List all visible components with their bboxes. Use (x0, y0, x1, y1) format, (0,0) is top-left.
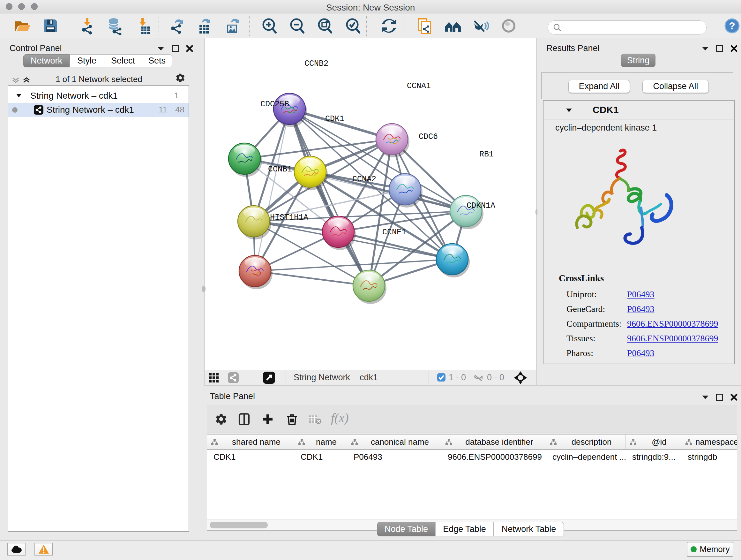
network-node-CCNA1[interactable]: CCNA1 (376, 81, 431, 158)
import-table-button[interactable] (133, 17, 152, 35)
share-network-button[interactable] (228, 372, 239, 384)
panel-menu-icon[interactable] (701, 395, 709, 400)
table-cell[interactable]: 9606.ENSP00000378699 (441, 452, 546, 462)
expand-all-networks-icon[interactable] (22, 76, 30, 85)
expand-collapse-box: Expand All Collapse All (541, 72, 733, 99)
collapse-all-button[interactable]: Collapse All (643, 80, 709, 93)
crosslink-value[interactable]: P06493 (627, 304, 655, 314)
left-splitter-handle[interactable] (202, 286, 205, 292)
birdseye-grid-button[interactable] (209, 373, 219, 384)
float-panel-icon[interactable] (716, 394, 723, 401)
tab-node-table[interactable]: Node Table (377, 522, 435, 537)
save-session-button[interactable] (42, 17, 60, 35)
crosslinks-title: CrossLinks (559, 273, 604, 284)
table-cell[interactable]: CDK1 (294, 452, 347, 462)
eye-button[interactable] (499, 17, 518, 35)
table-panel-title: Table Panel (210, 391, 255, 401)
collapse-all-networks-icon[interactable] (11, 76, 20, 85)
zoom-in-icon (260, 17, 278, 35)
crosslink-value[interactable]: P06493 (627, 348, 655, 358)
network-view[interactable]: CCNB2CCNA1CDC25BCDK1CDC6RB1CCNB1CCNA2CDK… (204, 38, 537, 370)
share-document-button[interactable] (415, 17, 433, 35)
export-image-button[interactable] (224, 17, 242, 35)
string-home-button[interactable] (444, 17, 462, 35)
panel-menu-icon[interactable] (701, 46, 709, 51)
cloud-status-button[interactable] (7, 543, 25, 556)
float-panel-icon[interactable] (172, 45, 179, 52)
open-folder-icon (14, 17, 31, 35)
toolbar-separator (249, 16, 250, 36)
crosslink-value[interactable]: 9606.ENSP00000378699 (627, 319, 718, 329)
tab-edge-table[interactable]: Edge Table (435, 522, 494, 537)
eye-icon (500, 17, 518, 35)
table-cell[interactable]: CDK1 (207, 452, 294, 462)
column-type-icon (685, 438, 692, 445)
table-cell[interactable]: cyclin–dependent ... (546, 452, 626, 462)
network-node-CCNE1[interactable]: CCNE1 (353, 228, 406, 304)
function-builder-button[interactable]: f(x) (331, 410, 349, 425)
column-header[interactable]: database identifier (441, 435, 546, 449)
crosslink-value[interactable]: P06493 (627, 289, 655, 300)
table-tabs: Node Table Edge Table Network Table (377, 522, 564, 537)
scrollbar-thumb[interactable] (210, 522, 268, 528)
tab-sets[interactable]: Sets (142, 54, 172, 67)
network-node-RB1[interactable]: RB1 (450, 150, 494, 229)
zoom-out-button[interactable] (288, 17, 307, 35)
clone-table-button[interactable] (195, 17, 214, 35)
column-header[interactable]: canonical name (347, 435, 441, 449)
open-in-string-button[interactable] (263, 372, 275, 385)
table-row[interactable]: CDK1CDK1P064939606.ENSP00000378699cyclin… (207, 450, 737, 464)
tab-string[interactable]: String (621, 54, 656, 67)
import-network-button[interactable] (78, 17, 96, 35)
column-header[interactable]: name (294, 435, 347, 449)
zoom-selected-button[interactable] (344, 17, 362, 35)
column-header[interactable]: namespace (681, 435, 738, 449)
close-panel-icon[interactable] (730, 393, 738, 401)
help-button[interactable]: ? (723, 17, 741, 35)
float-panel-icon[interactable] (716, 45, 723, 52)
search-input[interactable] (548, 20, 706, 35)
add-column-button[interactable] (261, 413, 274, 427)
expand-all-button[interactable]: Expand All (568, 80, 630, 93)
panel-menu-icon[interactable] (157, 46, 165, 51)
warnings-button[interactable] (35, 543, 53, 556)
column-header[interactable]: shared name (207, 435, 294, 449)
import-database-button[interactable] (105, 17, 124, 35)
open-session-button[interactable] (13, 17, 32, 35)
column-header[interactable]: description (546, 435, 626, 449)
fit-content-button[interactable] (514, 371, 527, 386)
gene-card-header[interactable]: CDK1 (544, 101, 734, 119)
hide-glasses-button[interactable] (471, 17, 490, 35)
clone-network-button[interactable] (167, 17, 186, 35)
select-columns-button[interactable] (238, 413, 251, 427)
tab-network-table[interactable]: Network Table (494, 522, 564, 537)
network-list: String Network – cdk1 1 String Network –… (8, 85, 189, 532)
table-cell[interactable]: stringdb:9... (626, 452, 681, 462)
tab-select[interactable]: Select (104, 54, 142, 67)
table-cell[interactable]: P06493 (347, 452, 441, 462)
selected-indicator-checkbox[interactable] (437, 373, 446, 383)
table-cell[interactable]: stringdb (681, 452, 738, 462)
collapse-gene-icon[interactable] (566, 108, 572, 112)
network-selected-status: 1 of 1 Network selected (42, 74, 156, 84)
zoom-fit-button[interactable] (316, 17, 334, 35)
crosslink-value[interactable]: 9606.ENSP00000378699 (627, 333, 718, 344)
close-panel-icon[interactable] (186, 45, 193, 52)
network-collection-row[interactable]: String Network – cdk1 1 (8, 89, 189, 103)
network-options-gear-icon[interactable] (175, 73, 185, 84)
delete-table-button[interactable] (309, 414, 321, 426)
close-panel-icon[interactable] (730, 45, 738, 52)
node-label-CCNA1: CCNA1 (407, 81, 431, 91)
zoom-in-button[interactable] (260, 17, 279, 35)
memory-button[interactable]: Memory (687, 542, 733, 557)
collection-expander-icon[interactable] (16, 93, 22, 98)
network-row-selected[interactable]: String Network – cdk1 11 48 (8, 103, 189, 117)
table-settings-button[interactable] (215, 413, 227, 427)
column-header[interactable]: @id (626, 435, 681, 449)
tab-network[interactable]: Network (23, 54, 70, 67)
tab-style[interactable]: Style (70, 54, 104, 67)
delete-column-button[interactable] (286, 413, 298, 427)
network-edge[interactable] (289, 109, 369, 286)
refresh-button[interactable] (380, 17, 398, 35)
search-icon (552, 23, 562, 32)
